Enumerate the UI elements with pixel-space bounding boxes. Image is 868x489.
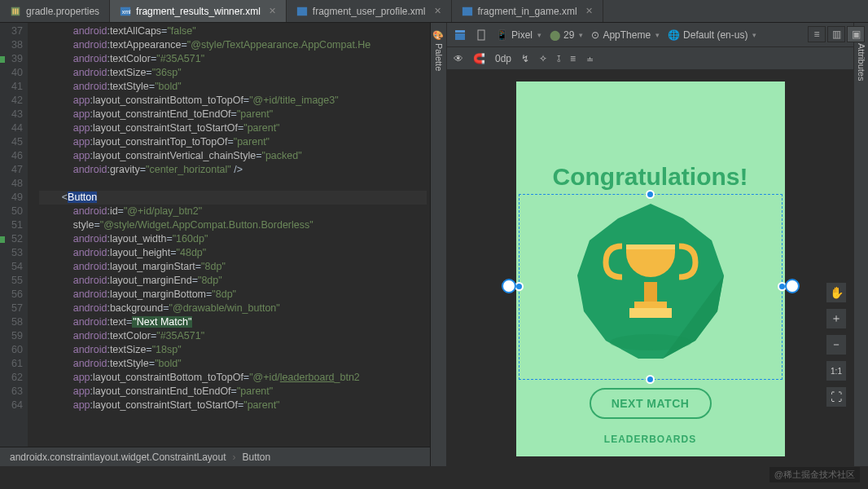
svg-rect-6 <box>297 7 307 15</box>
xml-file-icon: xml <box>120 6 131 17</box>
close-icon[interactable]: ✕ <box>585 6 593 16</box>
canvas-tools: ✋ ＋ － 1:1 ⛶ <box>826 282 847 408</box>
orientation-button[interactable] <box>475 29 488 42</box>
svg-rect-7 <box>462 7 471 15</box>
breadcrumb: androidx.constraintlayout.widget.Constra… <box>0 447 430 466</box>
constraint-handle-right[interactable] <box>785 279 800 293</box>
svg-text:xml: xml <box>122 8 131 14</box>
code-area[interactable]: android:textAllCaps="false" android:text… <box>28 23 430 447</box>
svg-rect-3 <box>17 8 19 14</box>
tab-user-profile[interactable]: fragment_user_profile.xml ✕ <box>287 0 452 22</box>
magnet-icon[interactable]: 🧲 <box>473 53 485 64</box>
guidelines-icon[interactable]: ⫱ <box>557 53 560 64</box>
watermark: @稀土掘金技术社区 <box>769 467 860 482</box>
resize-handle-bottom[interactable] <box>646 375 655 384</box>
svg-rect-2 <box>15 8 16 14</box>
zoom-out-button[interactable]: － <box>826 334 847 355</box>
pack-icon[interactable]: ⫨ <box>585 53 595 64</box>
next-match-button[interactable]: NEXT MATCH <box>590 388 712 419</box>
close-icon[interactable]: ✕ <box>269 6 276 16</box>
svg-rect-9 <box>455 30 465 33</box>
design-toolbar-2: 👁 🧲 0dp ↯ ✧ ⫱ ≡ ⫨ <box>447 47 853 70</box>
constraint-handle-left[interactable] <box>502 279 516 293</box>
view-design-button[interactable]: ▣ <box>847 26 865 42</box>
tab-in-game[interactable]: fragment_in_game.xml ✕ <box>452 0 603 22</box>
view-mode-switch: ≡ ▥ ▣ <box>808 26 865 42</box>
code-editor[interactable]: 3738394041424344454647484950515253545556… <box>0 23 430 447</box>
device-dropdown[interactable]: 📱 Pixel▾ <box>496 29 541 41</box>
locale-dropdown[interactable]: 🌐 Default (en-us)▾ <box>668 29 756 41</box>
resize-handle-top[interactable] <box>646 190 655 199</box>
pan-button[interactable]: ✋ <box>826 282 847 303</box>
design-toolbar: 📱 Pixel▾ ⬤ 29▾ ⊙ AppTheme▾ 🌐 Default (en… <box>447 23 853 47</box>
xml-file-icon <box>296 6 308 17</box>
chevron-right-icon: › <box>233 452 236 463</box>
close-icon[interactable]: ✕ <box>434 6 441 16</box>
palette-tab[interactable]: 🎨 Palette <box>431 23 447 466</box>
selection-box[interactable] <box>519 194 783 380</box>
view-code-button[interactable]: ≡ <box>808 26 826 42</box>
file-icon <box>10 6 21 17</box>
default-margin[interactable]: 0dp <box>495 53 511 64</box>
zoom-fit-button[interactable]: ⛶ <box>826 386 847 408</box>
clear-constraints-icon[interactable]: ↯ <box>521 53 529 64</box>
design-canvas[interactable]: Congratulations! <box>447 70 853 466</box>
gutter: 3738394041424344454647484950515253545556… <box>0 23 28 447</box>
infer-constraints-icon[interactable]: ✧ <box>539 53 547 64</box>
theme-dropdown[interactable]: ⊙ AppTheme▾ <box>591 29 660 41</box>
surface-select-button[interactable] <box>454 29 467 42</box>
svg-rect-8 <box>455 33 465 40</box>
crumb-button[interactable]: Button <box>243 452 271 463</box>
zoom-1to1-button[interactable]: 1:1 <box>826 360 847 381</box>
eye-icon[interactable]: 👁 <box>454 53 463 64</box>
xml-file-icon <box>462 6 473 17</box>
view-split-button[interactable]: ▥ <box>827 26 845 42</box>
tab-results-winner[interactable]: xml fragment_results_winner.xml ✕ <box>110 0 287 22</box>
tab-gradle[interactable]: gradle.properties <box>0 0 110 22</box>
svg-rect-1 <box>13 8 15 14</box>
align-icon[interactable]: ≡ <box>570 53 576 64</box>
zoom-in-button[interactable]: ＋ <box>826 308 847 329</box>
attributes-tab[interactable]: ⚙ Attributes <box>853 23 868 466</box>
palette-icon: 🎨 <box>433 29 444 40</box>
api-dropdown[interactable]: ⬤ 29▾ <box>550 29 583 41</box>
editor-tabs: gradle.properties xml fragment_results_w… <box>0 0 868 23</box>
device-preview[interactable]: Congratulations! <box>516 82 785 456</box>
leaderboards-text[interactable]: LEADERBOARDS <box>516 434 785 445</box>
crumb-root[interactable]: androidx.constraintlayout.widget.Constra… <box>10 452 226 463</box>
congrats-text: Congratulations! <box>516 163 785 191</box>
svg-rect-10 <box>478 30 484 40</box>
